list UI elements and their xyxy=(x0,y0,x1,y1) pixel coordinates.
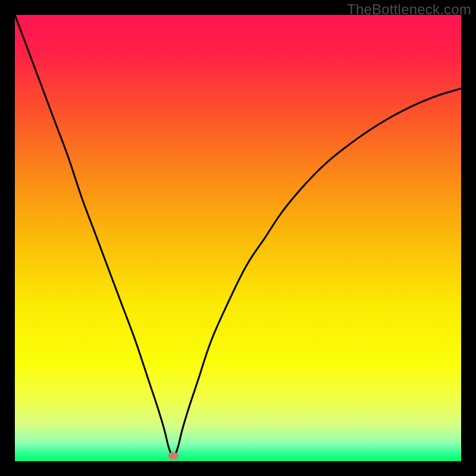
watermark-text: TheBottleneck.com xyxy=(347,1,471,18)
chart-svg xyxy=(15,15,461,461)
plot-area xyxy=(15,15,461,461)
gradient-background xyxy=(15,15,461,461)
minimum-marker xyxy=(168,452,178,459)
chart-frame: TheBottleneck.com xyxy=(0,0,476,476)
